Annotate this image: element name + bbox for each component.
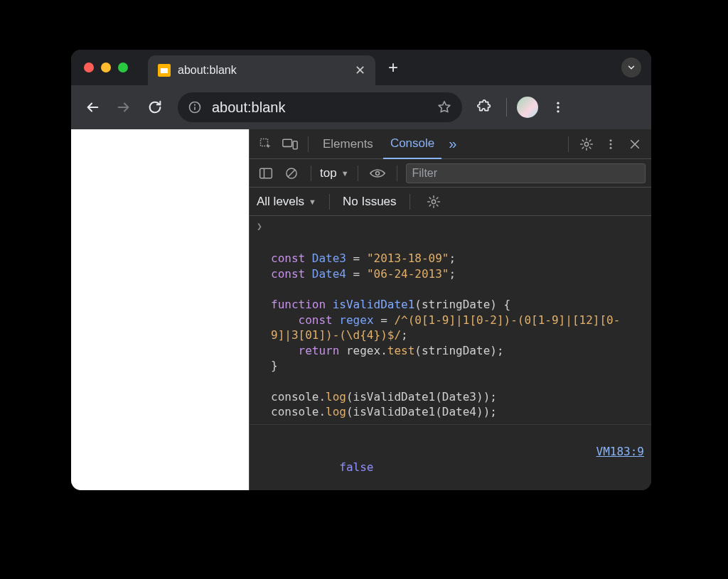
maximize-window-button[interactable] <box>118 63 128 72</box>
bookmark-button[interactable] <box>437 99 452 115</box>
site-info-button[interactable] <box>188 100 202 114</box>
tab-console[interactable]: Console <box>383 129 441 159</box>
content-area: Elements Console » <box>71 129 651 490</box>
minimize-window-button[interactable] <box>101 63 111 72</box>
chevron-down-icon: ▼ <box>309 197 316 206</box>
tab-title: about:blank <box>178 64 237 77</box>
console-settings-button[interactable] <box>423 191 444 212</box>
filter-placeholder: Filter <box>412 167 438 180</box>
device-toolbar-button[interactable] <box>279 134 301 155</box>
tab-favicon <box>158 64 171 77</box>
toggle-sidebar-button[interactable] <box>255 163 277 184</box>
devtools-menu-button[interactable] <box>600 134 621 155</box>
puzzle-icon <box>477 99 493 115</box>
clear-console-button[interactable] <box>281 163 302 184</box>
forward-button[interactable] <box>109 93 138 121</box>
inspect-element-button[interactable] <box>255 134 277 155</box>
star-icon <box>437 99 452 115</box>
close-window-button[interactable] <box>84 63 94 72</box>
svg-point-1 <box>194 104 196 106</box>
console-output[interactable]: ❯ const Date3 = "2013-18-09"; const Date… <box>250 216 651 490</box>
separator <box>329 194 330 210</box>
sidebar-icon <box>259 167 273 180</box>
separator <box>568 136 569 152</box>
device-icon <box>282 137 298 151</box>
chevron-down-icon: ▼ <box>341 169 349 178</box>
svg-point-10 <box>610 139 612 141</box>
url-text: about:blank <box>212 99 427 116</box>
svg-rect-2 <box>194 107 196 110</box>
console-toolbar: top ▼ Filter <box>250 159 651 188</box>
separator <box>311 166 311 181</box>
close-icon <box>628 138 641 151</box>
devtools-settings-button[interactable] <box>576 134 597 155</box>
more-tabs-button[interactable]: » <box>444 136 461 152</box>
tab-strip: about:blank ✕ + <box>71 50 651 85</box>
back-button[interactable] <box>78 93 107 121</box>
reload-button[interactable] <box>141 93 169 121</box>
gear-icon <box>427 195 441 209</box>
kebab-icon <box>604 138 617 151</box>
page-viewport[interactable] <box>71 129 249 490</box>
profile-avatar[interactable] <box>517 97 538 118</box>
tab-close-button[interactable]: ✕ <box>355 63 365 78</box>
console-log-entry: VM183:9 false <box>250 425 651 490</box>
execution-context-selector[interactable]: top ▼ <box>320 166 349 180</box>
extensions-button[interactable] <box>471 93 499 121</box>
browser-menu-button[interactable] <box>544 93 572 121</box>
toolbar-separator <box>506 98 507 117</box>
address-bar[interactable]: about:blank <box>178 92 462 122</box>
browser-window: about:blank ✕ + about:blank <box>71 50 651 490</box>
svg-point-4 <box>557 106 559 108</box>
console-levels-bar: All levels ▼ No Issues <box>250 188 651 216</box>
eye-icon <box>370 168 385 179</box>
inspect-icon <box>259 137 273 151</box>
svg-point-11 <box>610 143 612 145</box>
svg-rect-6 <box>261 139 268 146</box>
kebab-icon <box>551 100 565 114</box>
svg-rect-8 <box>293 141 297 148</box>
live-expression-button[interactable] <box>367 163 388 184</box>
info-icon <box>188 100 202 114</box>
devtools-panel: Elements Console » <box>249 129 651 490</box>
input-chevron-icon: ❯ <box>257 220 262 233</box>
svg-point-9 <box>584 142 588 146</box>
context-label: top <box>320 166 337 180</box>
svg-rect-13 <box>260 168 272 178</box>
separator <box>397 166 397 181</box>
tab-list-button[interactable] <box>621 58 641 77</box>
separator <box>308 136 309 152</box>
log-value: false <box>339 460 373 474</box>
source-link[interactable]: VM183:9 <box>596 444 644 460</box>
browser-toolbar: about:blank <box>71 85 651 129</box>
tab-elements[interactable]: Elements <box>316 129 380 159</box>
separator <box>358 166 358 181</box>
log-levels-selector[interactable]: All levels ▼ <box>257 195 316 209</box>
svg-line-16 <box>288 170 295 177</box>
devtools-close-button[interactable] <box>624 134 646 155</box>
console-filter-input[interactable]: Filter <box>406 163 646 183</box>
browser-tab[interactable]: about:blank ✕ <box>148 55 375 85</box>
svg-point-5 <box>557 110 559 112</box>
svg-rect-7 <box>283 139 292 146</box>
svg-point-12 <box>610 146 612 148</box>
devtools-tabs: Elements Console » <box>250 129 651 159</box>
clear-icon <box>284 166 299 180</box>
issues-label: No Issues <box>343 195 397 209</box>
levels-label: All levels <box>257 195 304 209</box>
arrow-right-icon <box>116 99 132 115</box>
reload-icon <box>147 99 163 115</box>
chevron-down-icon <box>626 63 636 72</box>
separator <box>410 194 410 210</box>
gear-icon <box>579 137 594 151</box>
console-input-entry: ❯ const Date3 = "2013-18-09"; const Date… <box>250 216 651 425</box>
new-tab-button[interactable]: + <box>388 58 398 77</box>
window-controls <box>84 63 128 72</box>
arrow-left-icon <box>85 99 100 115</box>
svg-point-18 <box>432 200 435 203</box>
svg-point-3 <box>557 102 559 104</box>
svg-point-17 <box>375 171 379 175</box>
